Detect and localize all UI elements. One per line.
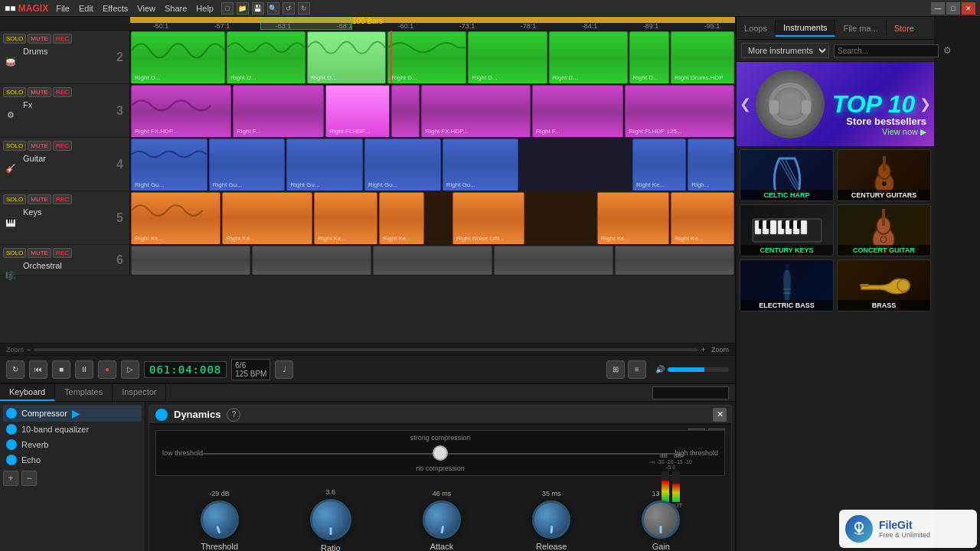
redo-btn[interactable]: ↻ xyxy=(298,2,310,15)
clip[interactable]: Right D... xyxy=(468,31,547,83)
right-tab-file-manager[interactable]: File ma... xyxy=(835,21,886,36)
clip[interactable] xyxy=(373,246,492,275)
dynamics-power-button[interactable] xyxy=(155,409,168,421)
fx-power-echo[interactable] xyxy=(6,455,17,465)
clip[interactable] xyxy=(252,246,371,275)
instrument-card-century-guitars[interactable]: CENTURY GUITARS xyxy=(837,149,931,201)
clip-selected[interactable]: Right D... xyxy=(307,31,386,83)
fx-add-button[interactable]: + xyxy=(3,471,18,486)
dynamics-help-button[interactable]: ? xyxy=(227,408,240,422)
mute-btn-fx[interactable]: MUTE xyxy=(28,87,51,97)
attack-knob[interactable] xyxy=(423,500,461,539)
clip[interactable]: Right F... xyxy=(233,85,324,137)
fx-remove-button[interactable]: − xyxy=(21,471,37,486)
clip[interactable]: Right F... xyxy=(532,85,623,137)
clip[interactable]: Right Gu... xyxy=(209,139,286,191)
rewind-button[interactable]: ⏮ xyxy=(29,360,47,379)
loop-button[interactable]: ↻ xyxy=(6,360,24,379)
fx-item-reverb[interactable]: Reverb xyxy=(3,437,142,452)
clip[interactable]: Right FLHDP 125... xyxy=(625,85,734,137)
instrument-card-concert-guitar[interactable]: CONCERT GUITAR xyxy=(837,204,931,256)
mute-btn-drums[interactable]: MUTE xyxy=(28,34,51,44)
rec-btn-orch[interactable]: REC xyxy=(53,248,72,258)
mute-btn-keys[interactable]: MUTE xyxy=(28,194,51,204)
banner-view-link[interactable]: View now ▶ xyxy=(846,127,926,137)
clip[interactable]: Right Ke... xyxy=(597,192,669,244)
fx-power-reverb[interactable] xyxy=(6,439,17,450)
instrument-card-celtic-harp[interactable]: CELTIC HARP xyxy=(740,149,834,201)
more-instruments-dropdown[interactable]: More instruments xyxy=(741,43,829,58)
clip[interactable]: Right D... xyxy=(387,31,466,83)
clip[interactable]: Right Gu... xyxy=(131,139,207,191)
clip[interactable]: Right D... xyxy=(131,31,225,83)
clip[interactable]: Right Drums.HDP xyxy=(671,31,734,83)
drums-track-content[interactable]: Right D... Right D... Right D... Right D… xyxy=(130,31,735,83)
instrument-settings-icon[interactable]: ⚙ xyxy=(943,45,952,56)
rec-btn-drums[interactable]: REC xyxy=(53,34,72,44)
instrument-search-input[interactable] xyxy=(834,44,939,57)
clip[interactable] xyxy=(615,246,734,275)
fx-track-content[interactable]: Right FX.HDP... Right F... Right FLHDP..… xyxy=(130,84,735,137)
close-button[interactable]: ✕ xyxy=(962,2,975,15)
clip[interactable]: Right Ke... xyxy=(671,192,734,244)
record-button[interactable]: ● xyxy=(98,360,116,379)
volume-slider[interactable] xyxy=(668,367,729,372)
fx-power-compressor[interactable] xyxy=(6,408,17,419)
solo-btn-fx[interactable]: SOLO xyxy=(3,87,26,97)
rec-btn-keys[interactable]: REC xyxy=(53,194,72,204)
clip[interactable]: Right Ke... xyxy=(379,192,425,244)
zoom-plus[interactable]: + xyxy=(701,346,705,354)
maximize-button[interactable]: □ xyxy=(946,2,960,15)
ratio-knob[interactable] xyxy=(310,499,351,540)
guitar-track-content[interactable]: Right Gu... Right Gu... Right Gu... Righ… xyxy=(130,138,735,191)
clip[interactable]: Right Gu... xyxy=(364,139,441,191)
clip[interactable]: Right Ke... xyxy=(222,192,312,244)
clip[interactable]: Right Ke... xyxy=(131,192,220,244)
mute-btn-orch[interactable]: MUTE xyxy=(28,248,51,258)
clip[interactable]: Right D... xyxy=(227,31,305,83)
grid-view-button[interactable]: ⊞ xyxy=(606,360,625,379)
fx-item-compressor[interactable]: Compressor ▶ xyxy=(3,405,142,422)
clip[interactable]: Right Gu... xyxy=(286,139,363,191)
stop-button[interactable]: ■ xyxy=(52,360,70,379)
rec-btn-fx[interactable]: REC xyxy=(53,87,72,97)
menu-edit[interactable]: Edit xyxy=(79,4,93,13)
menu-view[interactable]: View xyxy=(137,4,155,13)
clip[interactable]: Right FX.HDP... xyxy=(421,85,531,137)
instrument-card-century-keys[interactable]: CENTURY KEYS xyxy=(740,204,834,256)
search-btn[interactable]: 🔍 xyxy=(267,2,279,15)
threshold-knob[interactable] xyxy=(201,500,239,539)
instrument-card-electric-bass[interactable]: ELECTRIC BASS xyxy=(740,259,834,311)
marker-button[interactable]: ♩ xyxy=(275,360,293,379)
play-mode-button[interactable]: ▷ xyxy=(121,360,139,379)
release-knob[interactable] xyxy=(532,500,570,539)
minimize-button[interactable]: — xyxy=(931,2,945,15)
clip[interactable]: Right Ke... xyxy=(632,139,686,191)
gain-knob[interactable] xyxy=(642,500,680,539)
compression-slider[interactable] xyxy=(433,445,448,461)
zoom-slider[interactable] xyxy=(34,348,697,351)
tab-keyboard[interactable]: Keyboard xyxy=(0,384,55,401)
solo-btn-drums[interactable]: SOLO xyxy=(3,34,26,44)
zoom-minus[interactable]: − xyxy=(27,346,31,354)
menu-help[interactable]: Help xyxy=(196,4,214,13)
solo-btn-keys[interactable]: SOLO xyxy=(3,194,26,204)
clip[interactable]: Right Ke... xyxy=(314,192,377,244)
tab-search-input[interactable] xyxy=(652,386,729,399)
menu-share[interactable]: Share xyxy=(165,4,187,13)
clip[interactable] xyxy=(391,85,420,137)
solo-btn-orch[interactable]: SOLO xyxy=(3,248,26,258)
fx-power-equalizer[interactable] xyxy=(6,424,17,435)
dynamics-close-button[interactable]: ✕ xyxy=(713,408,727,422)
banner-prev-button[interactable]: ❮ xyxy=(740,96,751,112)
right-tab-instruments[interactable]: Instruments xyxy=(776,20,835,37)
save-btn[interactable]: 💾 xyxy=(252,2,264,15)
open-btn[interactable]: 📁 xyxy=(237,2,249,15)
tab-inspector[interactable]: Inspector xyxy=(113,384,166,401)
clip-selected[interactable]: Right FLHDP... xyxy=(325,85,390,137)
keys-track-content[interactable]: Right Ke... Right Ke... Right Ke... Righ… xyxy=(130,191,735,244)
clip[interactable]: Right Gu... xyxy=(443,139,519,191)
list-view-button[interactable]: ≡ xyxy=(628,360,646,379)
clip[interactable] xyxy=(494,246,613,275)
fx-item-equalizer[interactable]: 10-band equalizer xyxy=(3,422,142,437)
